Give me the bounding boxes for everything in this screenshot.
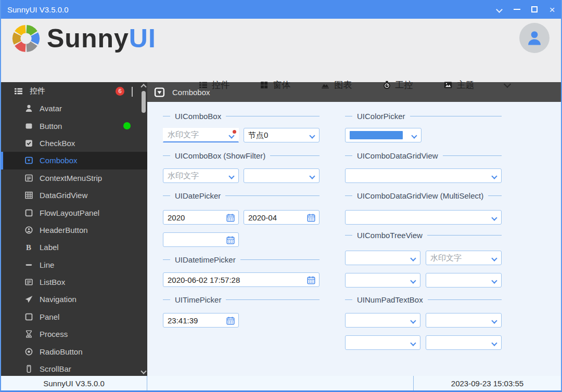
chevron-down-icon: [491, 173, 497, 179]
avatar-icon: [24, 104, 33, 113]
numpad-field-1[interactable]: [345, 313, 420, 328]
paper-plane-icon: [24, 295, 33, 304]
logo-text: SunnyUI: [47, 25, 156, 51]
chevron-down-icon: [410, 340, 416, 346]
combobox-icon: [24, 156, 33, 165]
numpad-field-3[interactable]: [345, 335, 420, 350]
sidebar-item-navigation[interactable]: Navigation: [1, 291, 147, 308]
image-icon: [443, 81, 453, 89]
label-icon: B: [24, 243, 33, 252]
status-middle: [147, 376, 414, 390]
nav-item-themes[interactable]: 主题: [443, 79, 475, 91]
line-icon: [24, 260, 33, 269]
scrollbar-thumb[interactable]: [142, 91, 146, 113]
combotreeview-field-4[interactable]: [426, 273, 502, 288]
nav-item-controls[interactable]: 控件: [199, 79, 229, 91]
group-title-uicolorpicker: UIColorPicker: [345, 111, 502, 121]
combodatagridview-field[interactable]: [345, 168, 502, 183]
scrollbar-icon: [24, 364, 33, 373]
main-content: Combobox UIComboBox 水印文字 节点0 UIComboBo: [147, 82, 561, 376]
status-dot: [123, 122, 131, 129]
status-bar: SunnyUI V3.5.0.0 2023-09-23 15:03:55: [1, 376, 561, 390]
collapse-group-button[interactable]: [132, 87, 133, 96]
sidebar-item-checkbox[interactable]: CheckBox: [1, 135, 147, 152]
content-body: UIComboBox 水印文字 节点0 UIComboBox (ShowFilt…: [147, 102, 561, 376]
panel-outline-icon: [24, 208, 33, 217]
calendar-icon: [226, 213, 235, 223]
sidebar-item-line[interactable]: Line: [1, 256, 147, 273]
collapse-button[interactable]: [490, 0, 508, 19]
radio-icon: [24, 347, 33, 356]
svg-text:B: B: [25, 243, 31, 252]
minimize-button[interactable]: [508, 0, 526, 19]
chevron-down-icon: [491, 340, 497, 346]
combotreeview-field-2[interactable]: 水印文字: [426, 251, 502, 265]
chevron-down-icon: [491, 318, 497, 323]
sidebar-item-radiobutton[interactable]: RadioButton: [1, 343, 147, 360]
maximize-button[interactable]: [526, 0, 543, 19]
combotreeview-field-1[interactable]: [345, 251, 420, 265]
panel-outline-icon: [24, 312, 33, 321]
gauge-icon: [382, 81, 391, 89]
scroll-up-icon[interactable]: [140, 84, 146, 89]
sidebar-item-listbox[interactable]: ListBox: [1, 273, 147, 291]
sidebar-scrollbar[interactable]: [140, 82, 147, 376]
scroll-down-icon[interactable]: [140, 368, 146, 374]
app-window: SunnyUI V3.5.0.0 × SunnyUI: [0, 0, 562, 392]
button-icon: [24, 122, 33, 130]
status-datetime: 2023-09-23 15:03:55: [414, 376, 561, 390]
chevron-down-icon: [496, 6, 503, 13]
datepicker-month[interactable]: 2020-04: [244, 210, 320, 225]
colorpicker-field[interactable]: [345, 128, 422, 142]
group-title-uitimepicker: UITimePicker: [163, 294, 320, 305]
themes-dropdown-chevron-icon[interactable]: [504, 80, 511, 87]
app-body: 控件 6 Avatar Button CheckBox Combobox: [1, 82, 561, 376]
group-title-uicombodatagridview: UIComboDataGridView: [345, 150, 502, 161]
group-title-uicombobox: UIComboBox: [163, 111, 320, 121]
list-icon: [14, 87, 23, 96]
calendar-icon: [226, 236, 235, 245]
sidebar-item-scrollbar[interactable]: ScrollBar: [1, 360, 147, 376]
nav-item-industrial[interactable]: 工控: [382, 79, 413, 91]
datetimepicker-field[interactable]: 2020-06-02 17:57:28: [163, 272, 320, 287]
nav-item-forms[interactable]: 窗体: [260, 79, 290, 91]
header-button-icon: [24, 226, 33, 234]
sidebar-item-avatar[interactable]: Avatar: [1, 100, 147, 117]
sidebar-item-panel[interactable]: Panel: [1, 308, 147, 325]
sidebar-item-label[interactable]: B Label: [1, 239, 147, 256]
chevron-down-icon: [309, 173, 315, 179]
sidebar-item-button[interactable]: Button: [1, 117, 147, 134]
numpad-field-4[interactable]: [426, 335, 502, 350]
user-avatar[interactable]: [519, 23, 550, 53]
title-bar: SunnyUI V3.5.0.0 ×: [1, 0, 561, 19]
sidebar-item-combobox[interactable]: Combobox: [1, 152, 147, 169]
datepicker-year[interactable]: 2020: [163, 210, 239, 225]
sidebar-item-datagridview[interactable]: DataGridView: [1, 187, 147, 204]
datepicker-empty[interactable]: [163, 232, 239, 247]
nav-item-charts[interactable]: 图表: [321, 79, 352, 91]
combodatagridview-multiselect-field[interactable]: [345, 210, 502, 225]
sidebar-header-controls[interactable]: 控件 6: [1, 82, 147, 100]
maximize-icon: [531, 6, 538, 12]
window-title: SunnyUI V3.5.0.0: [7, 5, 69, 14]
combotreeview-field-3[interactable]: [345, 273, 420, 288]
timepicker-field[interactable]: 23:41:39: [163, 313, 239, 328]
chevron-down-icon: [410, 318, 416, 323]
combobox-node[interactable]: 节点0: [244, 128, 320, 142]
combobox-watermark[interactable]: 水印文字: [163, 128, 239, 142]
sidebar-item-contextmenustrip[interactable]: ContextMenuStrip: [1, 169, 147, 187]
sidebar-item-headerbutton[interactable]: HeaderButton: [1, 221, 147, 239]
sidebar-item-process[interactable]: Process: [1, 325, 147, 343]
hourglass-icon: [24, 330, 33, 338]
right-column: UIColorPicker UIComboDataGridView UIComb…: [345, 102, 502, 376]
chevron-down-icon: [491, 278, 497, 283]
red-dot-indicator: [233, 130, 236, 134]
sunnyui-wheel-icon: [11, 24, 41, 53]
list-icon: [199, 81, 208, 89]
combobox-filter-watermark[interactable]: 水印文字: [163, 168, 239, 183]
numpad-field-2[interactable]: [426, 313, 502, 328]
combobox-filter-empty[interactable]: [244, 168, 320, 183]
chevron-down-icon: [491, 255, 497, 261]
close-button[interactable]: ×: [543, 0, 561, 19]
sidebar-item-flowlayoutpanel[interactable]: FlowLayoutPanel: [1, 204, 147, 221]
